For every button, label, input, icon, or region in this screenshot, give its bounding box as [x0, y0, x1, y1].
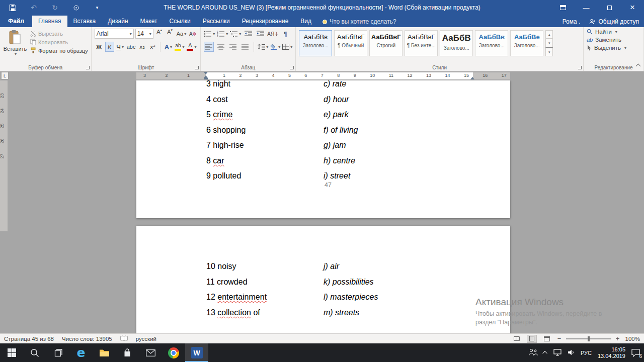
show-formatting-marks-button[interactable]: ¶ — [281, 29, 291, 39]
select-button[interactable]: Выделить ▾ — [587, 45, 640, 51]
people-button[interactable] — [528, 348, 538, 357]
bold-button[interactable]: Ж — [95, 42, 104, 52]
grow-font-button[interactable]: А▴ — [155, 29, 164, 39]
format-painter-button[interactable]: Формат по образцу — [30, 47, 88, 54]
subscript-button[interactable]: x₂ — [137, 42, 146, 52]
document-page-1[interactable]: 3 night c) rate 4 cost d) hour 5 crime e… — [136, 80, 510, 218]
minimize-button[interactable]: — — [575, 0, 598, 15]
file-explorer-button[interactable] — [93, 343, 116, 362]
ribbon-tab[interactable]: Дизайн — [102, 16, 134, 27]
align-center-button[interactable] — [216, 42, 226, 52]
touch-mode-button[interactable] — [70, 2, 82, 13]
hanging-indent-marker[interactable] — [204, 73, 208, 78]
find-button[interactable]: Найти ▾ — [587, 29, 640, 35]
chrome-button[interactable] — [162, 343, 185, 362]
proofing-status[interactable] — [120, 335, 128, 342]
cut-button[interactable]: Вырезать — [30, 31, 88, 37]
style-item[interactable]: АаБбВвГ ¶ Обычный — [334, 30, 367, 56]
decrease-indent-button[interactable] — [243, 29, 253, 39]
zoom-slider-thumb[interactable] — [588, 336, 590, 341]
font-dialog-launcher[interactable] — [195, 66, 199, 69]
numbering-button[interactable]: 123 ▾ — [217, 29, 228, 39]
highlight-color-button[interactable]: ab ▾ — [174, 42, 185, 52]
word-taskbar-button[interactable]: W — [185, 343, 208, 362]
style-item[interactable]: АаБбВе Заголово... — [510, 30, 543, 56]
paste-button[interactable]: Вставить ▾ — [3, 29, 27, 56]
language-indicator[interactable]: русский — [136, 336, 156, 342]
ribbon-tab[interactable]: Рассылки — [197, 16, 236, 27]
task-view-button[interactable] — [46, 343, 69, 362]
ribbon-tab[interactable]: Вставка — [67, 16, 102, 27]
horizontal-ruler[interactable]: 321 1234567891011121314151617 — [136, 72, 510, 79]
zoom-level[interactable]: 100% — [625, 336, 640, 342]
strikethrough-button[interactable]: abc — [126, 42, 136, 52]
word-count[interactable]: Число слов: 13905 — [62, 336, 112, 342]
show-hidden-icons-button[interactable] — [542, 351, 547, 356]
tab-stop-selector[interactable]: L — [1, 72, 9, 79]
user-name[interactable]: Рома . — [562, 18, 581, 25]
close-button[interactable]: × — [621, 0, 644, 15]
paragraph-dialog-launcher[interactable] — [290, 66, 294, 69]
save-button[interactable] — [7, 2, 18, 13]
document-page-2[interactable]: 10 noisy j) air 11 crowded k) possibilit… — [136, 226, 510, 333]
ribbon-tab[interactable]: Главная — [32, 16, 67, 27]
styles-scroll-up-button[interactable]: ▴ — [545, 30, 553, 39]
font-family-select[interactable]: Arial ▾ — [95, 29, 134, 39]
network-icon[interactable] — [553, 349, 561, 357]
edge-button[interactable]: e — [69, 343, 93, 362]
zoom-slider[interactable] — [566, 338, 611, 339]
left-indent-marker[interactable] — [204, 78, 208, 79]
read-mode-button[interactable] — [512, 335, 522, 343]
line-spacing-button[interactable]: ▾ — [258, 42, 268, 52]
copy-button[interactable]: Копировать — [30, 39, 88, 45]
multilevel-list-button[interactable]: ▾ — [230, 29, 241, 39]
ribbon-tab[interactable]: Вид — [294, 16, 317, 27]
align-right-button[interactable] — [228, 42, 238, 52]
borders-button[interactable]: ▾ — [282, 42, 292, 52]
ribbon-tab[interactable]: Ссылки — [164, 16, 197, 27]
styles-scroll-down-button[interactable]: ▾ — [545, 39, 553, 47]
font-color-button[interactable]: А ▾ — [186, 42, 197, 52]
taskbar-search-button[interactable] — [23, 343, 46, 362]
tell-me-box[interactable]: Что вы хотите сделать? — [323, 18, 396, 27]
replace-button[interactable]: ab Заменить — [587, 37, 640, 43]
undo-button[interactable]: ↶ — [28, 2, 39, 13]
shading-button[interactable]: ▾ — [270, 42, 280, 52]
align-left-button[interactable] — [204, 42, 214, 52]
page-indicator[interactable]: Страница 45 из 68 — [4, 336, 54, 342]
shrink-font-button[interactable]: А▾ — [166, 29, 175, 39]
maximize-button[interactable] — [598, 0, 621, 15]
superscript-button[interactable]: x² — [148, 42, 157, 52]
action-center-button[interactable]: 6 — [631, 349, 640, 357]
taskbar-clock[interactable]: 16:05 13.04.2019 — [598, 346, 625, 359]
sort-button[interactable]: АЯ↓ — [267, 29, 278, 39]
ribbon-display-options-button[interactable] — [551, 0, 575, 15]
italic-button[interactable]: К — [105, 42, 114, 52]
styles-more-button[interactable]: ▾ — [545, 47, 553, 56]
print-layout-button[interactable] — [527, 335, 537, 343]
zoom-in-button[interactable]: + — [615, 335, 620, 342]
right-indent-marker[interactable] — [470, 75, 474, 79]
ribbon-tab[interactable]: Макет — [134, 16, 164, 27]
increase-indent-button[interactable] — [255, 29, 265, 39]
vertical-ruler[interactable]: 2324252627 — [0, 80, 8, 231]
tab-file[interactable]: Файл — [0, 16, 32, 27]
style-item[interactable]: АаБбВ Заголово... — [440, 30, 473, 56]
bullets-button[interactable]: ▾ — [204, 29, 215, 39]
change-case-button[interactable]: Аа▾ — [176, 29, 187, 39]
style-item[interactable]: АаБбВв Заголово... — [299, 30, 332, 56]
justify-button[interactable] — [240, 42, 250, 52]
clear-formatting-button[interactable]: А — [188, 29, 197, 39]
text-effects-button[interactable]: А▾ — [164, 42, 173, 52]
style-item[interactable]: АаБбВвГ ¶ Без инте... — [405, 30, 438, 56]
volume-icon[interactable] — [568, 349, 575, 356]
redo-button[interactable]: ↻ — [49, 2, 60, 13]
style-item[interactable]: АаБбВв Заголово... — [475, 30, 508, 56]
styles-dialog-launcher[interactable] — [578, 66, 582, 69]
start-button[interactable] — [0, 343, 23, 362]
zoom-out-button[interactable]: − — [557, 335, 562, 342]
ribbon-tab[interactable]: Рецензирование — [236, 16, 295, 27]
store-button[interactable] — [116, 343, 139, 362]
web-layout-button[interactable] — [542, 335, 552, 343]
mail-button[interactable] — [139, 343, 162, 362]
